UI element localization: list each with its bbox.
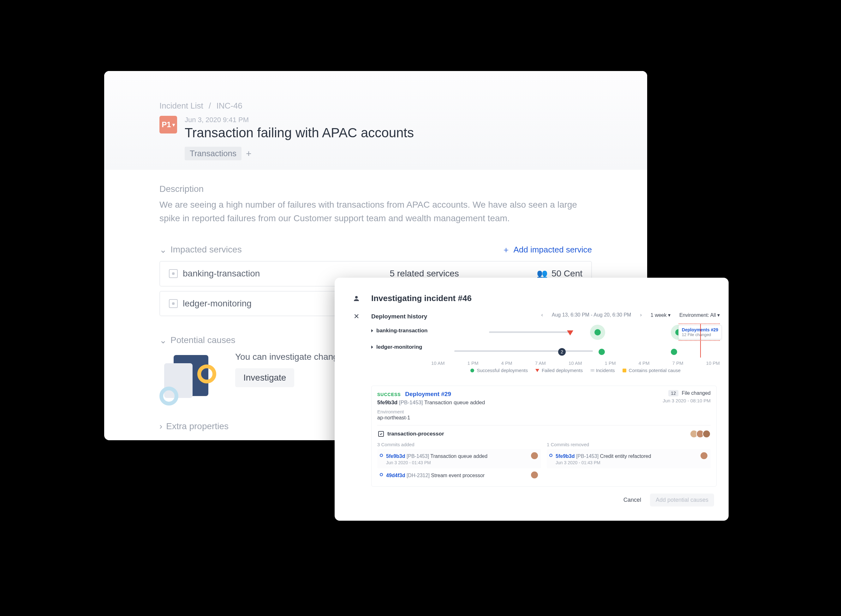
impacted-label: Impacted services (170, 245, 242, 255)
incident-timestamp: Jun 3, 2020 9:41 PM (185, 116, 414, 124)
breadcrumb-root[interactable]: Incident List (159, 101, 203, 110)
potential-causes-toggle[interactable]: ⌄ Potential causes (159, 335, 235, 346)
service-icon (169, 299, 178, 308)
timeline-service-row[interactable]: ledger-monitoring (371, 339, 431, 355)
timeline-tick: 10 PM (706, 360, 720, 366)
legend-failed: Failed deployments (542, 368, 583, 373)
successful-deployment-marker[interactable] (590, 325, 605, 340)
commit-row[interactable]: 49d4f3d [DH-2312] Stream event processor (377, 468, 541, 482)
successful-deployment-marker[interactable] (671, 349, 677, 355)
chevron-right-icon (371, 329, 373, 332)
legend-potential: Contains potential cause (629, 368, 681, 373)
timeline-tick: 10 AM (431, 360, 445, 366)
priority-label: P1 (161, 120, 171, 129)
commit-row[interactable]: 5fe9b3d [PB-1453] Credit entity refactor… (547, 449, 710, 468)
contributor-avatars[interactable] (692, 430, 710, 438)
timeline-service-name: ledger-monitoring (376, 344, 422, 350)
timeline-tick: 7 AM (535, 360, 546, 366)
service-icon (377, 430, 385, 438)
people-icon: 👥 (537, 268, 548, 279)
breadcrumb-id[interactable]: INC-46 (216, 101, 242, 110)
tag-transactions[interactable]: Transactions (185, 147, 242, 160)
timeline-tick: 4 PM (638, 360, 649, 366)
commit-dot-icon (380, 454, 383, 457)
investigate-illustration (159, 352, 223, 406)
chevron-down-icon: ⌄ (159, 245, 167, 255)
legend-incidents: Incidents (596, 368, 615, 373)
deployment-name-link[interactable]: Deployment #29 (405, 391, 451, 397)
commit-dot-icon (380, 473, 383, 476)
impacted-section-toggle[interactable]: ⌄ Impacted services (159, 245, 242, 255)
incident-header: Incident List / INC-46 P1 ▾ Jun 3, 2020 … (104, 71, 647, 170)
related-services: 5 related services (363, 268, 485, 279)
deployment-history-label: Deployment history (371, 313, 427, 320)
svg-point-0 (355, 296, 358, 299)
deployment-timeline[interactable]: 2 Deployments #29 12 File changed (431, 323, 720, 376)
legend-success: Successful deployments (477, 368, 528, 373)
chevron-right-icon (371, 346, 373, 349)
description-label: Description (159, 184, 592, 194)
add-potential-causes-button[interactable]: Add potential causes (650, 494, 714, 506)
cancel-button[interactable]: Cancel (622, 494, 643, 506)
arrow-left-icon[interactable]: ‹ (541, 312, 543, 318)
files-changed-label: File changed (682, 390, 710, 396)
commits-removed-label: 1 Commits removed (547, 442, 710, 447)
deployment-status: SUCCESS (377, 392, 401, 397)
deployment-timestamp: Jun 3 2020 - 08:10 PM (663, 398, 710, 403)
environment-dropdown[interactable]: Environment: All ▾ (680, 312, 720, 318)
service-name: banking-transaction (183, 268, 260, 279)
timeline-legend: Successful deployments Failed deployment… (431, 368, 720, 373)
timeline-tick: 1 PM (605, 360, 616, 366)
description-text: We are seeing a high number of failures … (159, 198, 592, 225)
extra-properties-label: Extra properties (166, 421, 229, 431)
timeline-service-name: banking-transaction (376, 327, 427, 334)
modal-title: Investigating incident #46 (371, 293, 720, 303)
timeline-service-row[interactable]: banking-transaction (371, 323, 431, 339)
timeline-tick: 7 PM (672, 360, 684, 366)
environment-label: Environment (377, 409, 485, 414)
oncall-name: 50 Cent (552, 268, 583, 279)
commit-dot-icon (549, 454, 552, 457)
service-name: ledger-monitoring (183, 299, 252, 309)
add-impacted-service-label: Add impacted service (513, 245, 592, 255)
chevron-down-icon: ▾ (172, 122, 175, 128)
commit-row[interactable]: 5fe9b3d [PB-1453] Transaction queue adde… (377, 449, 541, 468)
timeline-tick: 10 AM (568, 360, 582, 366)
potential-causes-label: Potential causes (170, 335, 235, 345)
close-icon[interactable]: ✕ (354, 312, 359, 321)
chevron-down-icon: ⌄ (159, 335, 167, 346)
service-icon (169, 269, 178, 278)
priority-badge[interactable]: P1 ▾ (159, 116, 177, 133)
investigate-button[interactable]: Investigate (235, 368, 294, 387)
breadcrumb-separator: / (209, 101, 211, 110)
avatar (702, 430, 710, 438)
add-tag-button[interactable]: + (246, 148, 252, 159)
investigate-modal: ✕ Investigating incident #46 Deployment … (335, 278, 729, 521)
deployment-head-commit: 5fe9b3d [PB-1453] Transaction queue adde… (377, 399, 485, 406)
timeline-tick: 1 PM (468, 360, 478, 366)
avatar (700, 452, 708, 460)
avatar (530, 452, 539, 460)
plus-icon: ＋ (502, 244, 510, 255)
arrow-right-icon[interactable]: › (640, 312, 641, 318)
deployment-detail: SUCCESS Deployment #29 5fe9b3d [PB-1453]… (371, 386, 716, 487)
chevron-right-icon: › (159, 421, 162, 431)
add-impacted-service-link[interactable]: ＋ Add impacted service (502, 244, 592, 255)
timeline-tick: 4 PM (501, 360, 512, 366)
page-title: Transaction failing with APAC accounts (185, 125, 414, 141)
date-range[interactable]: Aug 13, 6:30 PM - Aug 20, 6:30 PM (552, 312, 631, 318)
overflow-count-badge[interactable]: 2 (558, 348, 566, 356)
files-count-badge: 12 (668, 390, 678, 396)
successful-deployment-marker[interactable] (599, 349, 605, 355)
breadcrumb: Incident List / INC-46 (159, 101, 592, 111)
deployment-service-link[interactable]: transaction-processor (377, 430, 444, 438)
environment-value: ap-northeast-1 (377, 415, 485, 421)
failed-deployment-marker[interactable] (567, 330, 573, 336)
commits-added-label: 3 Commits added (377, 442, 541, 447)
avatar (530, 471, 539, 479)
investigation-icon (353, 295, 360, 302)
extra-properties-toggle[interactable]: › Extra properties (159, 421, 229, 431)
window-dropdown[interactable]: 1 week ▾ (651, 312, 671, 318)
